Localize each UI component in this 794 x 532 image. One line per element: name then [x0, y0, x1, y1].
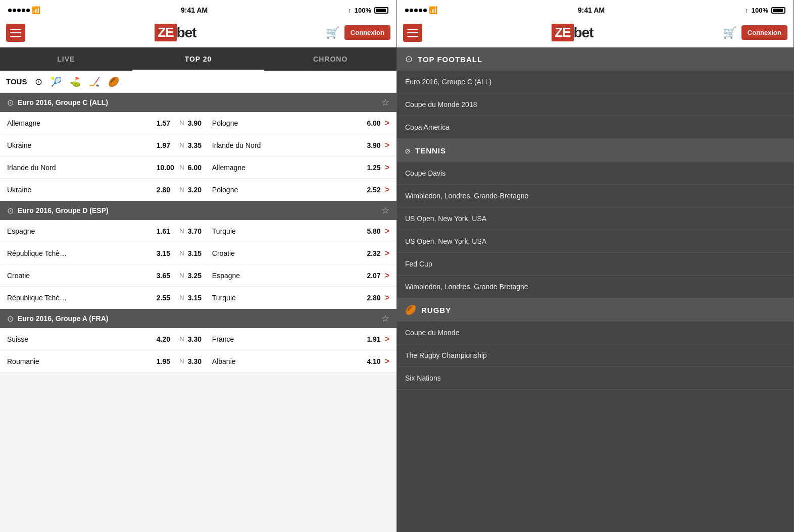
- list-item[interactable]: Wimbledon, Londres, Grande-Bretagne: [397, 185, 793, 207]
- match-row[interactable]: Ukraine 2.80 N 3.20 Pologne 2.52 >: [0, 179, 396, 201]
- match-row[interactable]: Allemagne 1.57 N 3.90 Pologne 6.00 >: [0, 112, 396, 134]
- match-arrow[interactable]: >: [385, 141, 389, 150]
- dot3: [17, 9, 21, 12]
- match-n: N: [176, 294, 188, 301]
- list-item[interactable]: Coupe Davis: [397, 162, 793, 185]
- hamburger-button-right[interactable]: [403, 24, 422, 42]
- signal-dots: [8, 9, 30, 12]
- match-row[interactable]: Suisse 4.20 N 3.30 France 1.91 >: [0, 328, 396, 350]
- dot5: [26, 9, 30, 12]
- dot4: [22, 9, 25, 12]
- match-opp: Allemagne: [207, 164, 362, 172]
- match-row[interactable]: République Tchè… 3.15 N 3.15 Croatie 2.3…: [0, 242, 396, 264]
- list-item[interactable]: Copa America: [397, 116, 793, 139]
- list-item[interactable]: Wimbledon, Londres, Grande Bretagne: [397, 276, 793, 298]
- list-item[interactable]: Euro 2016, Groupe C (ALL): [397, 71, 793, 93]
- battery-bar-right: [771, 7, 785, 14]
- filter-golf-icon[interactable]: ⛳: [70, 76, 81, 87]
- match-odds: 1.95: [157, 357, 176, 365]
- rugby-section-title: RUGBY: [421, 306, 451, 314]
- r-hamburger-line-3: [407, 36, 418, 37]
- football-section-icon: ⊙: [405, 54, 413, 65]
- match-n-odds: 6.00: [188, 164, 207, 172]
- match-arrow[interactable]: >: [385, 293, 389, 302]
- filter-tennis-icon[interactable]: 🎾: [51, 76, 62, 87]
- match-arrow[interactable]: >: [385, 335, 389, 344]
- match-team: Ukraine: [7, 186, 157, 194]
- hamburger-button-left[interactable]: [6, 24, 25, 42]
- logo-ze-left: ZE: [155, 24, 176, 41]
- location-arrow-icon: ↑: [348, 7, 352, 14]
- group-c-title: Euro 2016, Groupe C (ALL): [18, 98, 108, 107]
- filter-tous-label[interactable]: TOUS: [6, 77, 27, 86]
- match-row[interactable]: République Tchè… 2.55 N 3.15 Turquie 2.8…: [0, 287, 396, 309]
- match-n-odds: 3.15: [188, 249, 207, 257]
- match-opp-odds: 2.80: [362, 294, 381, 302]
- list-item[interactable]: Coupe du Monde 2018: [397, 93, 793, 116]
- match-n-odds: 3.15: [188, 294, 207, 302]
- match-n: N: [176, 186, 188, 193]
- match-row[interactable]: Roumanie 1.95 N 3.30 Albanie 4.10 >: [0, 350, 396, 373]
- tab-chrono[interactable]: CHRONO: [264, 47, 396, 71]
- match-opp-odds: 2.32: [362, 249, 381, 257]
- list-item[interactable]: Coupe du Monde: [397, 322, 793, 344]
- match-row[interactable]: Ukraine 1.97 N 3.35 Irlande du Nord 3.90…: [0, 134, 396, 156]
- match-row[interactable]: Espagne 1.61 N 3.70 Turquie 5.80 >: [0, 220, 396, 242]
- match-n-odds: 3.20: [188, 186, 207, 194]
- list-item[interactable]: The Rugby Championship: [397, 344, 793, 367]
- basket-button-right[interactable]: 🛒: [723, 26, 736, 39]
- dot1: [8, 9, 12, 12]
- connexion-button-left[interactable]: Connexion: [344, 25, 390, 40]
- filter-rugby-icon[interactable]: 🏉: [108, 76, 119, 87]
- list-item[interactable]: US Open, New York, USA: [397, 207, 793, 230]
- match-opp-odds: 4.10: [362, 357, 381, 365]
- filter-hockey-icon[interactable]: 🏒: [89, 76, 100, 87]
- match-opp-odds: 3.90: [362, 141, 381, 149]
- match-team: République Tchè…: [7, 249, 157, 257]
- rdot1: [405, 9, 409, 12]
- right-scroll[interactable]: ⊙ TOP FOOTBALL Euro 2016, Groupe C (ALL)…: [397, 47, 793, 532]
- right-phone: 📶 9:41 AM ↑ 100% ZE bet 🛒 Connexion: [397, 0, 794, 532]
- match-arrow[interactable]: >: [385, 271, 389, 280]
- match-arrow[interactable]: >: [385, 163, 389, 172]
- group-d-star[interactable]: ☆: [381, 205, 389, 216]
- wifi-icon: 📶: [32, 6, 40, 14]
- r-hamburger-line-2: [407, 32, 418, 33]
- match-opp-odds: 5.80: [362, 227, 381, 235]
- list-item[interactable]: US Open, New York, USA: [397, 230, 793, 253]
- tab-bar-left: LIVE TOP 20 CHRONO: [0, 47, 396, 71]
- match-arrow[interactable]: >: [385, 119, 389, 128]
- match-row[interactable]: Irlande du Nord 10.00 N 6.00 Allemagne 1…: [0, 156, 396, 179]
- match-arrow[interactable]: >: [385, 357, 389, 366]
- match-odds: 2.55: [157, 294, 176, 302]
- battery-fill-left: [376, 9, 386, 12]
- header-right-right: 🛒 Connexion: [723, 25, 787, 40]
- match-arrow[interactable]: >: [385, 227, 389, 236]
- zebet-logo-left: ZE bet: [155, 24, 196, 41]
- rdot4: [419, 9, 422, 12]
- list-item[interactable]: Fed Cup: [397, 253, 793, 276]
- tab-top20[interactable]: TOP 20: [132, 47, 265, 71]
- match-opp-odds: 1.25: [362, 164, 381, 172]
- group-header-c: ⊙ Euro 2016, Groupe C (ALL) ☆: [0, 93, 396, 112]
- logo-bet-left: bet: [177, 25, 196, 41]
- match-row[interactable]: Croatie 3.65 N 3.25 Espagne 2.07 >: [0, 264, 396, 287]
- group-a-star[interactable]: ☆: [381, 313, 389, 324]
- filter-football-icon[interactable]: ⊙: [35, 76, 42, 87]
- tab-live[interactable]: LIVE: [0, 47, 132, 71]
- rdot5: [423, 9, 427, 12]
- section-header-football: ⊙ TOP FOOTBALL: [397, 47, 793, 71]
- match-odds: 1.97: [157, 141, 176, 149]
- match-opp: Irlande du Nord: [207, 141, 362, 149]
- list-item[interactable]: Six Nations: [397, 367, 793, 390]
- matches-scroll-left[interactable]: ⊙ Euro 2016, Groupe C (ALL) ☆ Allemagne …: [0, 93, 396, 532]
- group-c-star[interactable]: ☆: [381, 97, 389, 108]
- basket-button-left[interactable]: 🛒: [326, 26, 339, 39]
- wifi-icon-r: 📶: [429, 6, 437, 14]
- connexion-button-right[interactable]: Connexion: [741, 25, 787, 40]
- match-arrow[interactable]: >: [385, 185, 389, 194]
- location-arrow-icon-r: ↑: [745, 7, 749, 14]
- match-team: Croatie: [7, 272, 157, 280]
- match-arrow[interactable]: >: [385, 249, 389, 258]
- match-opp: Croatie: [207, 249, 362, 257]
